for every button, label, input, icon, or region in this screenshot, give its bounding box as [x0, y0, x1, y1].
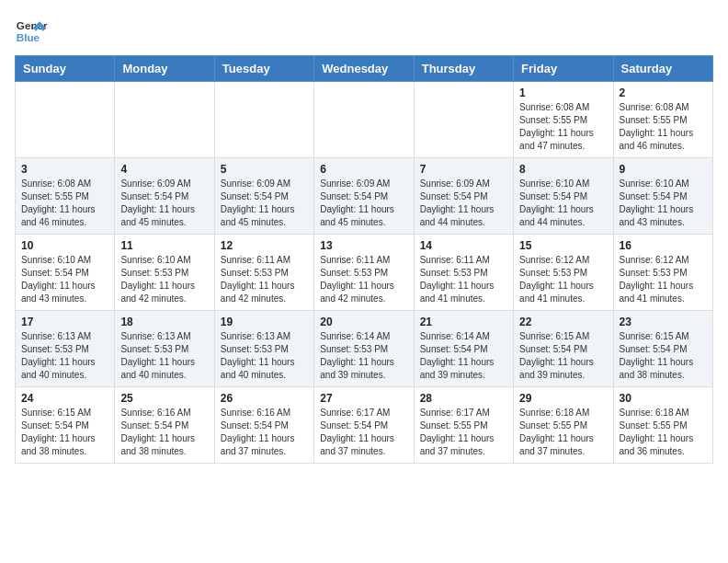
day-number: 1 — [519, 86, 607, 99]
day-number: 27 — [320, 392, 407, 405]
calendar-cell: 22Sunrise: 6:15 AM Sunset: 5:54 PM Dayli… — [514, 311, 613, 387]
col-header-thursday: Thursday — [414, 56, 513, 82]
day-info: Sunrise: 6:17 AM Sunset: 5:54 PM Dayligh… — [320, 407, 407, 458]
day-number: 3 — [21, 163, 108, 176]
calendar-cell: 7Sunrise: 6:09 AM Sunset: 5:54 PM Daylig… — [414, 158, 513, 235]
day-info: Sunrise: 6:10 AM Sunset: 5:54 PM Dayligh… — [519, 178, 607, 229]
calendar-cell: 15Sunrise: 6:12 AM Sunset: 5:53 PM Dayli… — [514, 235, 613, 311]
day-info: Sunrise: 6:11 AM Sunset: 5:53 PM Dayligh… — [420, 254, 507, 305]
day-number: 11 — [120, 239, 208, 252]
day-number: 16 — [620, 239, 707, 252]
calendar-cell: 2Sunrise: 6:08 AM Sunset: 5:55 PM Daylig… — [613, 82, 712, 158]
calendar-cell: 4Sunrise: 6:09 AM Sunset: 5:54 PM Daylig… — [115, 158, 214, 235]
calendar-cell: 3Sunrise: 6:08 AM Sunset: 5:55 PM Daylig… — [16, 158, 115, 235]
calendar-cell — [414, 82, 513, 158]
day-number: 30 — [620, 392, 707, 405]
calendar-week-3: 10Sunrise: 6:10 AM Sunset: 5:54 PM Dayli… — [16, 235, 713, 311]
col-header-friday: Friday — [514, 56, 613, 82]
calendar-cell: 6Sunrise: 6:09 AM Sunset: 5:54 PM Daylig… — [314, 158, 414, 235]
calendar-cell: 26Sunrise: 6:16 AM Sunset: 5:54 PM Dayli… — [214, 387, 313, 464]
day-info: Sunrise: 6:09 AM Sunset: 5:54 PM Dayligh… — [221, 178, 308, 229]
day-number: 2 — [620, 86, 707, 99]
day-info: Sunrise: 6:16 AM Sunset: 5:54 PM Dayligh… — [120, 407, 208, 458]
calendar-cell: 13Sunrise: 6:11 AM Sunset: 5:53 PM Dayli… — [314, 235, 414, 311]
day-number: 7 — [420, 163, 507, 176]
day-info: Sunrise: 6:13 AM Sunset: 5:53 PM Dayligh… — [21, 330, 108, 382]
day-info: Sunrise: 6:12 AM Sunset: 5:53 PM Dayligh… — [620, 254, 707, 305]
day-number: 5 — [221, 163, 308, 176]
calendar-cell: 16Sunrise: 6:12 AM Sunset: 5:53 PM Dayli… — [613, 235, 712, 311]
day-info: Sunrise: 6:13 AM Sunset: 5:53 PM Dayligh… — [120, 330, 208, 382]
day-info: Sunrise: 6:15 AM Sunset: 5:54 PM Dayligh… — [21, 407, 108, 458]
calendar-cell: 30Sunrise: 6:18 AM Sunset: 5:55 PM Dayli… — [613, 387, 712, 464]
logo-icon: General Blue — [15, 15, 48, 48]
day-number: 17 — [21, 316, 108, 328]
day-number: 18 — [120, 316, 208, 328]
calendar-cell: 28Sunrise: 6:17 AM Sunset: 5:55 PM Dayli… — [414, 387, 513, 464]
calendar-table: SundayMondayTuesdayWednesdayThursdayFrid… — [15, 55, 713, 464]
calendar-header-row: SundayMondayTuesdayWednesdayThursdayFrid… — [16, 56, 713, 82]
day-info: Sunrise: 6:09 AM Sunset: 5:54 PM Dayligh… — [120, 178, 208, 229]
calendar-cell: 14Sunrise: 6:11 AM Sunset: 5:53 PM Dayli… — [414, 235, 513, 311]
col-header-wednesday: Wednesday — [314, 56, 414, 82]
col-header-tuesday: Tuesday — [214, 56, 313, 82]
calendar-cell: 5Sunrise: 6:09 AM Sunset: 5:54 PM Daylig… — [214, 158, 313, 235]
day-number: 6 — [320, 163, 407, 176]
calendar-cell — [214, 82, 313, 158]
day-number: 19 — [221, 316, 308, 328]
day-number: 8 — [519, 163, 607, 176]
day-number: 4 — [120, 163, 208, 176]
day-info: Sunrise: 6:08 AM Sunset: 5:55 PM Dayligh… — [620, 101, 707, 153]
day-number: 20 — [320, 316, 407, 328]
day-number: 12 — [221, 239, 308, 252]
day-info: Sunrise: 6:15 AM Sunset: 5:54 PM Dayligh… — [519, 330, 607, 382]
calendar-cell: 19Sunrise: 6:13 AM Sunset: 5:53 PM Dayli… — [214, 311, 313, 387]
calendar-cell: 23Sunrise: 6:15 AM Sunset: 5:54 PM Dayli… — [613, 311, 712, 387]
day-number: 25 — [120, 392, 208, 405]
calendar-cell — [314, 82, 414, 158]
day-number: 28 — [420, 392, 507, 405]
day-info: Sunrise: 6:11 AM Sunset: 5:53 PM Dayligh… — [320, 254, 407, 305]
day-info: Sunrise: 6:09 AM Sunset: 5:54 PM Dayligh… — [320, 178, 407, 229]
calendar-week-5: 24Sunrise: 6:15 AM Sunset: 5:54 PM Dayli… — [16, 387, 713, 464]
calendar-cell: 18Sunrise: 6:13 AM Sunset: 5:53 PM Dayli… — [115, 311, 214, 387]
calendar-cell: 1Sunrise: 6:08 AM Sunset: 5:55 PM Daylig… — [514, 82, 613, 158]
day-number: 26 — [221, 392, 308, 405]
day-info: Sunrise: 6:14 AM Sunset: 5:54 PM Dayligh… — [420, 330, 507, 382]
calendar-cell: 8Sunrise: 6:10 AM Sunset: 5:54 PM Daylig… — [514, 158, 613, 235]
day-info: Sunrise: 6:17 AM Sunset: 5:55 PM Dayligh… — [420, 407, 507, 458]
day-number: 29 — [519, 392, 607, 405]
col-header-sunday: Sunday — [16, 56, 115, 82]
calendar-cell: 20Sunrise: 6:14 AM Sunset: 5:53 PM Dayli… — [314, 311, 414, 387]
day-number: 13 — [320, 239, 407, 252]
day-info: Sunrise: 6:10 AM Sunset: 5:54 PM Dayligh… — [620, 178, 707, 229]
day-info: Sunrise: 6:13 AM Sunset: 5:53 PM Dayligh… — [221, 330, 308, 382]
day-info: Sunrise: 6:08 AM Sunset: 5:55 PM Dayligh… — [519, 101, 607, 153]
day-info: Sunrise: 6:18 AM Sunset: 5:55 PM Dayligh… — [519, 407, 607, 458]
day-number: 24 — [21, 392, 108, 405]
day-number: 15 — [519, 239, 607, 252]
day-info: Sunrise: 6:10 AM Sunset: 5:54 PM Dayligh… — [21, 254, 108, 305]
col-header-monday: Monday — [115, 56, 214, 82]
calendar-cell: 11Sunrise: 6:10 AM Sunset: 5:53 PM Dayli… — [115, 235, 214, 311]
day-info: Sunrise: 6:16 AM Sunset: 5:54 PM Dayligh… — [221, 407, 308, 458]
calendar-cell: 10Sunrise: 6:10 AM Sunset: 5:54 PM Dayli… — [16, 235, 115, 311]
col-header-saturday: Saturday — [613, 56, 712, 82]
calendar-week-2: 3Sunrise: 6:08 AM Sunset: 5:55 PM Daylig… — [16, 158, 713, 235]
day-info: Sunrise: 6:18 AM Sunset: 5:55 PM Dayligh… — [620, 407, 707, 458]
calendar-cell: 9Sunrise: 6:10 AM Sunset: 5:54 PM Daylig… — [613, 158, 712, 235]
calendar-week-4: 17Sunrise: 6:13 AM Sunset: 5:53 PM Dayli… — [16, 311, 713, 387]
calendar-week-1: 1Sunrise: 6:08 AM Sunset: 5:55 PM Daylig… — [16, 82, 713, 158]
day-number: 10 — [21, 239, 108, 252]
logo: General Blue — [15, 15, 48, 48]
day-info: Sunrise: 6:11 AM Sunset: 5:53 PM Dayligh… — [221, 254, 308, 305]
day-number: 14 — [420, 239, 507, 252]
calendar-cell: 17Sunrise: 6:13 AM Sunset: 5:53 PM Dayli… — [16, 311, 115, 387]
day-number: 21 — [420, 316, 507, 328]
calendar-cell: 27Sunrise: 6:17 AM Sunset: 5:54 PM Dayli… — [314, 387, 414, 464]
day-number: 22 — [519, 316, 607, 328]
calendar-cell: 21Sunrise: 6:14 AM Sunset: 5:54 PM Dayli… — [414, 311, 513, 387]
calendar-cell: 29Sunrise: 6:18 AM Sunset: 5:55 PM Dayli… — [514, 387, 613, 464]
day-number: 23 — [620, 316, 707, 328]
day-info: Sunrise: 6:15 AM Sunset: 5:54 PM Dayligh… — [620, 330, 707, 382]
